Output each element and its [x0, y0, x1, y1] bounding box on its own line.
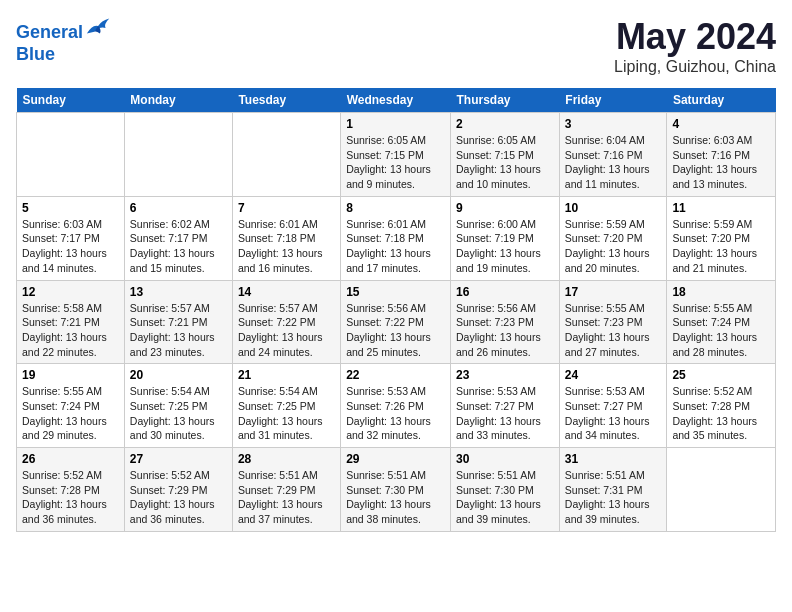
day-number: 28: [238, 452, 335, 466]
day-info: Sunrise: 5:55 AM Sunset: 7:23 PM Dayligh…: [565, 301, 662, 360]
day-number: 2: [456, 117, 554, 131]
day-header-monday: Monday: [124, 88, 232, 113]
day-info: Sunrise: 5:56 AM Sunset: 7:22 PM Dayligh…: [346, 301, 445, 360]
day-info: Sunrise: 5:54 AM Sunset: 7:25 PM Dayligh…: [238, 384, 335, 443]
calendar-cell: [232, 113, 340, 197]
day-number: 16: [456, 285, 554, 299]
day-number: 13: [130, 285, 227, 299]
day-header-thursday: Thursday: [451, 88, 560, 113]
day-number: 19: [22, 368, 119, 382]
calendar-cell: 20Sunrise: 5:54 AM Sunset: 7:25 PM Dayli…: [124, 364, 232, 448]
week-row-2: 5Sunrise: 6:03 AM Sunset: 7:17 PM Daylig…: [17, 196, 776, 280]
day-number: 21: [238, 368, 335, 382]
day-info: Sunrise: 6:01 AM Sunset: 7:18 PM Dayligh…: [238, 217, 335, 276]
day-number: 15: [346, 285, 445, 299]
calendar-cell: 21Sunrise: 5:54 AM Sunset: 7:25 PM Dayli…: [232, 364, 340, 448]
week-row-1: 1Sunrise: 6:05 AM Sunset: 7:15 PM Daylig…: [17, 113, 776, 197]
calendar-cell: 1Sunrise: 6:05 AM Sunset: 7:15 PM Daylig…: [341, 113, 451, 197]
calendar-cell: 27Sunrise: 5:52 AM Sunset: 7:29 PM Dayli…: [124, 448, 232, 532]
main-title: May 2024: [614, 16, 776, 58]
day-info: Sunrise: 6:03 AM Sunset: 7:17 PM Dayligh…: [22, 217, 119, 276]
days-header-row: SundayMondayTuesdayWednesdayThursdayFrid…: [17, 88, 776, 113]
day-info: Sunrise: 5:59 AM Sunset: 7:20 PM Dayligh…: [565, 217, 662, 276]
calendar-cell: 31Sunrise: 5:51 AM Sunset: 7:31 PM Dayli…: [559, 448, 667, 532]
day-info: Sunrise: 5:53 AM Sunset: 7:27 PM Dayligh…: [565, 384, 662, 443]
calendar-cell: 26Sunrise: 5:52 AM Sunset: 7:28 PM Dayli…: [17, 448, 125, 532]
calendar-cell: 24Sunrise: 5:53 AM Sunset: 7:27 PM Dayli…: [559, 364, 667, 448]
day-info: Sunrise: 6:04 AM Sunset: 7:16 PM Dayligh…: [565, 133, 662, 192]
day-header-friday: Friday: [559, 88, 667, 113]
day-info: Sunrise: 5:51 AM Sunset: 7:31 PM Dayligh…: [565, 468, 662, 527]
day-number: 6: [130, 201, 227, 215]
calendar-cell: [124, 113, 232, 197]
day-number: 27: [130, 452, 227, 466]
day-number: 20: [130, 368, 227, 382]
calendar-cell: 6Sunrise: 6:02 AM Sunset: 7:17 PM Daylig…: [124, 196, 232, 280]
calendar-cell: 12Sunrise: 5:58 AM Sunset: 7:21 PM Dayli…: [17, 280, 125, 364]
calendar-cell: 22Sunrise: 5:53 AM Sunset: 7:26 PM Dayli…: [341, 364, 451, 448]
day-number: 11: [672, 201, 770, 215]
calendar-cell: 23Sunrise: 5:53 AM Sunset: 7:27 PM Dayli…: [451, 364, 560, 448]
day-number: 12: [22, 285, 119, 299]
day-number: 31: [565, 452, 662, 466]
week-row-4: 19Sunrise: 5:55 AM Sunset: 7:24 PM Dayli…: [17, 364, 776, 448]
day-info: Sunrise: 6:02 AM Sunset: 7:17 PM Dayligh…: [130, 217, 227, 276]
day-number: 7: [238, 201, 335, 215]
day-header-saturday: Saturday: [667, 88, 776, 113]
subtitle: Liping, Guizhou, China: [614, 58, 776, 76]
logo: General Blue: [16, 16, 113, 65]
title-block: May 2024 Liping, Guizhou, China: [614, 16, 776, 76]
calendar-cell: 18Sunrise: 5:55 AM Sunset: 7:24 PM Dayli…: [667, 280, 776, 364]
calendar-cell: [17, 113, 125, 197]
day-number: 14: [238, 285, 335, 299]
calendar-cell: 4Sunrise: 6:03 AM Sunset: 7:16 PM Daylig…: [667, 113, 776, 197]
day-number: 8: [346, 201, 445, 215]
day-info: Sunrise: 5:53 AM Sunset: 7:27 PM Dayligh…: [456, 384, 554, 443]
day-info: Sunrise: 5:53 AM Sunset: 7:26 PM Dayligh…: [346, 384, 445, 443]
day-info: Sunrise: 6:03 AM Sunset: 7:16 PM Dayligh…: [672, 133, 770, 192]
page-header: General Blue May 2024 Liping, Guizhou, C…: [16, 16, 776, 76]
logo-text: General Blue: [16, 16, 113, 65]
day-header-sunday: Sunday: [17, 88, 125, 113]
calendar-cell: 17Sunrise: 5:55 AM Sunset: 7:23 PM Dayli…: [559, 280, 667, 364]
day-header-tuesday: Tuesday: [232, 88, 340, 113]
day-info: Sunrise: 5:52 AM Sunset: 7:28 PM Dayligh…: [672, 384, 770, 443]
day-number: 25: [672, 368, 770, 382]
day-number: 9: [456, 201, 554, 215]
calendar-cell: 5Sunrise: 6:03 AM Sunset: 7:17 PM Daylig…: [17, 196, 125, 280]
day-number: 1: [346, 117, 445, 131]
day-number: 23: [456, 368, 554, 382]
calendar-cell: 19Sunrise: 5:55 AM Sunset: 7:24 PM Dayli…: [17, 364, 125, 448]
week-row-5: 26Sunrise: 5:52 AM Sunset: 7:28 PM Dayli…: [17, 448, 776, 532]
logo-bird-icon: [85, 16, 113, 38]
calendar-cell: 8Sunrise: 6:01 AM Sunset: 7:18 PM Daylig…: [341, 196, 451, 280]
calendar-cell: 2Sunrise: 6:05 AM Sunset: 7:15 PM Daylig…: [451, 113, 560, 197]
day-info: Sunrise: 6:01 AM Sunset: 7:18 PM Dayligh…: [346, 217, 445, 276]
day-number: 5: [22, 201, 119, 215]
day-number: 17: [565, 285, 662, 299]
calendar-cell: 15Sunrise: 5:56 AM Sunset: 7:22 PM Dayli…: [341, 280, 451, 364]
calendar-cell: 13Sunrise: 5:57 AM Sunset: 7:21 PM Dayli…: [124, 280, 232, 364]
calendar-cell: 7Sunrise: 6:01 AM Sunset: 7:18 PM Daylig…: [232, 196, 340, 280]
calendar-cell: 30Sunrise: 5:51 AM Sunset: 7:30 PM Dayli…: [451, 448, 560, 532]
calendar-cell: 3Sunrise: 6:04 AM Sunset: 7:16 PM Daylig…: [559, 113, 667, 197]
day-info: Sunrise: 5:54 AM Sunset: 7:25 PM Dayligh…: [130, 384, 227, 443]
day-info: Sunrise: 6:05 AM Sunset: 7:15 PM Dayligh…: [346, 133, 445, 192]
day-info: Sunrise: 5:51 AM Sunset: 7:29 PM Dayligh…: [238, 468, 335, 527]
day-info: Sunrise: 5:58 AM Sunset: 7:21 PM Dayligh…: [22, 301, 119, 360]
day-info: Sunrise: 5:56 AM Sunset: 7:23 PM Dayligh…: [456, 301, 554, 360]
day-info: Sunrise: 5:51 AM Sunset: 7:30 PM Dayligh…: [346, 468, 445, 527]
calendar-cell: 11Sunrise: 5:59 AM Sunset: 7:20 PM Dayli…: [667, 196, 776, 280]
day-number: 18: [672, 285, 770, 299]
calendar-cell: 9Sunrise: 6:00 AM Sunset: 7:19 PM Daylig…: [451, 196, 560, 280]
day-number: 3: [565, 117, 662, 131]
day-number: 24: [565, 368, 662, 382]
calendar-cell: 16Sunrise: 5:56 AM Sunset: 7:23 PM Dayli…: [451, 280, 560, 364]
day-info: Sunrise: 5:51 AM Sunset: 7:30 PM Dayligh…: [456, 468, 554, 527]
day-number: 30: [456, 452, 554, 466]
calendar-cell: 10Sunrise: 5:59 AM Sunset: 7:20 PM Dayli…: [559, 196, 667, 280]
week-row-3: 12Sunrise: 5:58 AM Sunset: 7:21 PM Dayli…: [17, 280, 776, 364]
calendar-cell: 25Sunrise: 5:52 AM Sunset: 7:28 PM Dayli…: [667, 364, 776, 448]
day-info: Sunrise: 5:59 AM Sunset: 7:20 PM Dayligh…: [672, 217, 770, 276]
day-info: Sunrise: 6:05 AM Sunset: 7:15 PM Dayligh…: [456, 133, 554, 192]
